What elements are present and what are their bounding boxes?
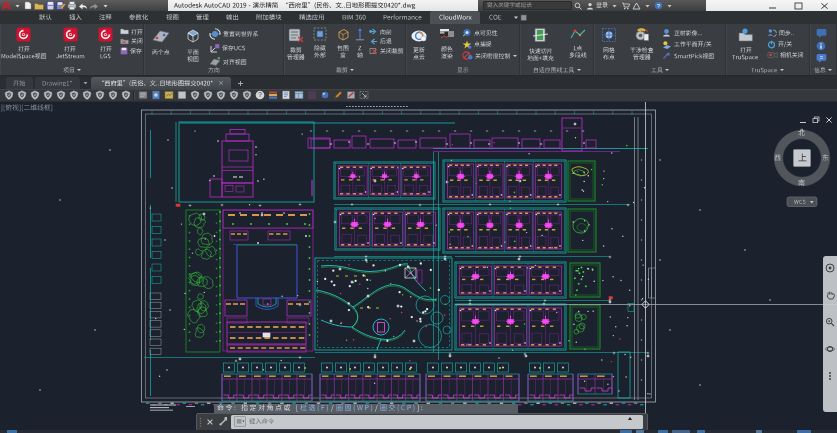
ribbon-button-颜色[interactable] (434, 25, 460, 67)
status-toggle[interactable] (658, 430, 668, 433)
file-tab-开始[interactable] (6, 77, 33, 89)
ribbon-button-保存UCS[interactable] (209, 43, 283, 55)
navigation-bar[interactable] (823, 256, 837, 412)
new-tab-button[interactable] (235, 78, 246, 89)
ribbon-button-Z[interactable] (354, 25, 366, 67)
cw-toolbar-shield-icon[interactable] (28, 90, 41, 101)
ribbon-button-SmartPick视图[interactable] (662, 51, 724, 61)
ribbon-button-1点[interactable] (563, 25, 593, 67)
menu-caret-icon[interactable] (12, 1, 22, 11)
ribbon-button-打开[interactable] (0, 25, 48, 67)
ribbon-tab-CloudWorx[interactable] (430, 11, 480, 24)
ribbon-button-打开[interactable] (50, 25, 92, 67)
status-toggle[interactable] (672, 430, 690, 433)
ribbon-button-平面[interactable] (179, 25, 206, 67)
cw-toolbar-shield-icon[interactable] (106, 90, 119, 101)
command-close-icon[interactable] (203, 414, 216, 430)
ribbon-tab-默认[interactable] (30, 11, 60, 24)
cw-toolbar-window-icon[interactable] (292, 90, 305, 101)
cw-toolbar-shield-icon[interactable] (80, 90, 93, 101)
cw-toolbar-shield-icon[interactable] (119, 90, 132, 101)
ribbon-button-工作平面开/关[interactable] (662, 40, 724, 50)
ribbon-button-两个点[interactable] (144, 25, 177, 67)
status-toggle[interactable] (797, 430, 811, 433)
ribbon-tab-视图[interactable] (157, 11, 187, 24)
ribbon-tab-注释[interactable] (90, 11, 120, 24)
ribbon-tab-BIM 360[interactable] (333, 11, 374, 24)
ribbon-button-干涉检查[interactable] (624, 25, 660, 67)
cw-toolbar-blue-dot-icon[interactable] (318, 90, 331, 101)
cw-toolbar-box-gray-icon[interactable] (136, 90, 149, 101)
navbar-more-icon[interactable] (826, 367, 834, 385)
command-customize-icon[interactable] (216, 414, 229, 430)
ribbon-button-更新[interactable] (406, 25, 432, 67)
status-toggle[interactable] (636, 430, 644, 433)
status-toggle[interactable] (697, 430, 705, 433)
navbar-orbit-icon[interactable] (825, 340, 835, 358)
status-toggle[interactable] (756, 430, 762, 433)
signin-caret-icon[interactable] (610, 0, 619, 11)
panel-title-方向[interactable] (144, 66, 283, 74)
ribbon-button-正射影像...[interactable] (662, 28, 724, 38)
ribbon-button-info-b[interactable] (816, 28, 830, 39)
minimize-window-button[interactable] (759, 0, 785, 11)
undo-icon[interactable] (78, 1, 88, 11)
cw-toolbar-shield-icon[interactable] (93, 90, 106, 101)
cw-toolbar-box-light-icon[interactable] (175, 90, 188, 101)
ribbon-tab-Performance[interactable] (374, 11, 430, 24)
ribbon-tab-插入[interactable] (60, 11, 90, 24)
cw-toolbar-shield-icon[interactable] (240, 90, 253, 101)
cw-toolbar-shield-icon[interactable] (188, 90, 201, 101)
ribbon-button-同步..[interactable] (767, 28, 809, 38)
cw-toolbar-shield-icon[interactable] (67, 90, 80, 101)
ribbon-button-关闭密度控制[interactable] (462, 51, 519, 61)
help-icon[interactable]: ? (654, 0, 663, 11)
ribbon-button-相机关闭[interactable] (767, 51, 809, 60)
ribbon-button-打开[interactable] (727, 25, 765, 67)
save-as-icon[interactable] (56, 1, 66, 11)
cw-toolbar-shield-icon[interactable] (201, 90, 214, 101)
status-toggle[interactable] (7, 430, 17, 433)
share-caret-icon[interactable] (643, 0, 652, 11)
file-tab-overflow-caret-icon[interactable] (83, 77, 88, 89)
panel-title-显示[interactable] (406, 66, 519, 74)
ribbon-button-快速切片[interactable] (520, 25, 561, 67)
open-folder-icon[interactable] (34, 1, 44, 11)
ribbon-button-后退[interactable] (369, 38, 405, 46)
ribbon-button-打开[interactable] (120, 28, 143, 36)
cw-toolbar-box-blue-icon[interactable] (149, 90, 162, 101)
search-icon[interactable] (574, 0, 583, 11)
panel-title-项目[interactable] (0, 66, 143, 74)
cw-toolbar-pencil-icon[interactable] (331, 90, 344, 101)
tab-close-icon[interactable] (218, 80, 224, 87)
ribbon-tab-输出[interactable] (217, 11, 247, 24)
cw-toolbar-shield-icon[interactable] (41, 90, 54, 101)
cw-toolbar-shield-icon[interactable] (2, 90, 15, 101)
ribbon-button-裁剪[interactable] (284, 25, 308, 67)
command-options-icon[interactable] (234, 416, 246, 427)
cw-toolbar-help-icon[interactable]: ? (253, 90, 266, 101)
cw-toolbar-shield-icon[interactable] (214, 90, 227, 101)
ribbon-button-网格[interactable] (596, 25, 622, 67)
file-tab-Drawing1*[interactable] (35, 77, 80, 89)
ribbon-button-隐藏[interactable] (310, 25, 331, 67)
ribbon-button-保存[interactable] (120, 47, 143, 56)
ribbon-tab-管理[interactable] (187, 11, 217, 24)
share-icon[interactable] (632, 0, 641, 11)
user-icon[interactable] (585, 0, 594, 11)
status-bar[interactable] (0, 430, 837, 433)
ribbon-button-关闭裁剪[interactable] (369, 47, 405, 56)
qat-caret-icon[interactable] (100, 1, 110, 11)
cw-toolbar-blue-doc-icon[interactable] (279, 90, 292, 101)
ribbon-tab-COE[interactable] (480, 11, 510, 24)
signin-button[interactable] (596, 2, 608, 9)
autocad-logo-icon[interactable] (1, 1, 11, 11)
cw-toolbar-box-yellow-icon[interactable] (162, 90, 175, 101)
ribbon-options-caret-icon[interactable] (513, 11, 527, 24)
ribbon-button-点可见性[interactable] (462, 28, 519, 38)
recent-commands-icon[interactable] (627, 416, 633, 422)
status-toggle[interactable] (620, 430, 632, 433)
panel-title-裁剪[interactable] (284, 66, 405, 74)
cw-toolbar-colorstack-icon[interactable] (266, 90, 279, 101)
viewport-controls-label[interactable] (0, 104, 53, 112)
